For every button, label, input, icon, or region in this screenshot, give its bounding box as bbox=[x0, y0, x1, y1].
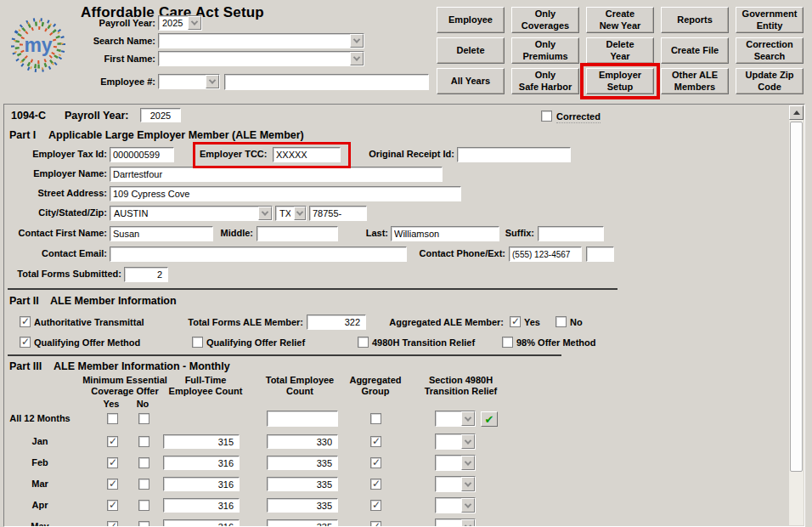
original-receipt-id-input[interactable] bbox=[457, 147, 571, 162]
employee-number-value[interactable] bbox=[160, 76, 205, 88]
state-value[interactable] bbox=[277, 207, 293, 219]
total-employee-count-input[interactable] bbox=[267, 477, 338, 491]
transition-relief-value[interactable] bbox=[437, 499, 460, 512]
fulltime-employee-count-input[interactable] bbox=[163, 434, 240, 449]
aggregated-group-checkbox[interactable] bbox=[370, 479, 381, 490]
fulltime-employee-count-input[interactable] bbox=[163, 498, 240, 513]
fulltime-employee-count-input[interactable] bbox=[163, 519, 240, 527]
city-value[interactable] bbox=[111, 207, 257, 219]
employee-name-input[interactable] bbox=[224, 74, 429, 90]
delete-year-button[interactable]: Delete Year bbox=[586, 37, 654, 64]
search-name-value[interactable] bbox=[160, 35, 349, 47]
employer-tcc-input[interactable] bbox=[273, 147, 341, 162]
create-new-year-button[interactable]: Create New Year bbox=[586, 7, 654, 33]
apply-all-months-button[interactable]: ✔ bbox=[481, 411, 498, 427]
first-name-select[interactable] bbox=[158, 51, 364, 66]
aggregated-group-checkbox[interactable] bbox=[370, 413, 381, 424]
only-coverages-button[interactable]: Only Coverages bbox=[511, 7, 579, 33]
qualifying-offer-method-checkbox[interactable] bbox=[20, 337, 31, 348]
scrollbar-thumb[interactable] bbox=[790, 122, 803, 472]
total-employee-count-input[interactable] bbox=[267, 456, 338, 470]
authoritative-transmittal-checkbox[interactable] bbox=[20, 316, 31, 327]
mec-no-checkbox[interactable] bbox=[138, 521, 149, 527]
employer-name-input[interactable] bbox=[110, 167, 443, 182]
mec-no-checkbox[interactable] bbox=[138, 457, 149, 468]
chevron-down-icon[interactable] bbox=[461, 477, 475, 491]
all-years-button[interactable]: All Years bbox=[437, 68, 505, 94]
city-select[interactable] bbox=[110, 206, 273, 221]
mec-yes-checkbox[interactable] bbox=[107, 500, 118, 511]
mec-no-checkbox[interactable] bbox=[138, 413, 149, 424]
aggregated-group-checkbox[interactable] bbox=[370, 436, 381, 447]
chevron-down-icon[interactable] bbox=[461, 456, 475, 470]
offer-method-98-checkbox[interactable] bbox=[502, 337, 513, 348]
contact-phone-input[interactable] bbox=[509, 246, 582, 262]
only-safe-harbor-button[interactable]: Only Safe Harbor bbox=[511, 68, 579, 94]
search-name-select[interactable] bbox=[158, 33, 364, 48]
total-forms-submitted-input[interactable] bbox=[124, 267, 168, 282]
state-select[interactable] bbox=[275, 206, 307, 221]
aggregated-group-checkbox[interactable] bbox=[370, 457, 381, 468]
payroll-year-select[interactable] bbox=[158, 15, 202, 31]
corrected-checkbox[interactable] bbox=[541, 110, 552, 122]
contact-email-input[interactable] bbox=[110, 246, 407, 262]
employee-button[interactable]: Employee bbox=[437, 7, 505, 33]
contact-first-name-input[interactable] bbox=[110, 226, 213, 241]
transition-relief-value[interactable] bbox=[437, 478, 460, 490]
form-year-input[interactable] bbox=[140, 108, 181, 122]
mec-yes-checkbox[interactable] bbox=[107, 413, 118, 424]
chevron-down-icon[interactable] bbox=[461, 411, 475, 426]
mec-yes-checkbox[interactable] bbox=[107, 436, 118, 447]
transition-relief-select[interactable] bbox=[435, 434, 476, 450]
update-zip-code-button[interactable]: Update Zip Code bbox=[736, 68, 804, 94]
qualifying-offer-relief-checkbox[interactable] bbox=[192, 337, 203, 348]
employer-setup-button[interactable]: Employer Setup bbox=[586, 68, 654, 94]
aggregated-no-checkbox[interactable] bbox=[555, 316, 567, 327]
vertical-scrollbar[interactable] bbox=[789, 105, 804, 525]
payroll-year-value[interactable] bbox=[160, 17, 187, 29]
transition-relief-select[interactable] bbox=[435, 455, 476, 471]
transition-relief-value[interactable] bbox=[437, 435, 460, 448]
suffix-input[interactable] bbox=[538, 226, 604, 241]
employer-tax-id-input[interactable] bbox=[110, 147, 174, 162]
transition-relief-select[interactable] bbox=[435, 497, 476, 513]
mec-yes-checkbox[interactable] bbox=[107, 521, 118, 527]
mec-yes-checkbox[interactable] bbox=[107, 479, 118, 490]
total-employee-count-input[interactable] bbox=[267, 498, 338, 513]
fulltime-employee-count-input[interactable] bbox=[163, 477, 240, 491]
mec-yes-checkbox[interactable] bbox=[107, 457, 118, 468]
chevron-down-icon[interactable] bbox=[350, 52, 364, 65]
employee-number-select[interactable] bbox=[158, 74, 220, 89]
chevron-down-icon[interactable] bbox=[188, 16, 201, 30]
total-employee-count-input[interactable] bbox=[267, 434, 338, 449]
chevron-down-icon[interactable] bbox=[294, 207, 306, 220]
total-forms-ale-input[interactable] bbox=[307, 314, 366, 330]
total-employee-count-input[interactable] bbox=[267, 411, 338, 427]
scroll-up-button[interactable] bbox=[789, 105, 804, 120]
total-employee-count-input[interactable] bbox=[267, 519, 338, 527]
phone-ext-input[interactable] bbox=[586, 246, 614, 262]
first-name-value[interactable] bbox=[160, 53, 349, 65]
chevron-down-icon[interactable] bbox=[350, 34, 364, 48]
transition-relief-select[interactable] bbox=[435, 518, 476, 527]
street-address-input[interactable] bbox=[110, 186, 461, 201]
middle-name-input[interactable] bbox=[257, 226, 338, 241]
chevron-down-icon[interactable] bbox=[258, 207, 272, 220]
mec-no-checkbox[interactable] bbox=[138, 479, 149, 490]
mec-no-checkbox[interactable] bbox=[138, 436, 149, 447]
chevron-down-icon[interactable] bbox=[461, 434, 475, 449]
correction-search-button[interactable]: Correction Search bbox=[736, 37, 804, 64]
transition-relief-select[interactable] bbox=[435, 476, 476, 492]
transition-relief-select[interactable] bbox=[435, 411, 476, 427]
mec-no-checkbox[interactable] bbox=[138, 500, 149, 511]
zip-input[interactable] bbox=[309, 206, 367, 221]
aggregated-group-checkbox[interactable] bbox=[370, 521, 381, 527]
fulltime-employee-count-input[interactable] bbox=[163, 456, 240, 470]
chevron-down-icon[interactable] bbox=[461, 498, 475, 513]
transition-relief-value[interactable] bbox=[437, 456, 460, 469]
transition-relief-value[interactable] bbox=[437, 520, 460, 527]
last-name-input[interactable] bbox=[391, 226, 499, 241]
reports-button[interactable]: Reports bbox=[661, 7, 729, 33]
chevron-down-icon[interactable] bbox=[206, 75, 219, 88]
government-entity-button[interactable]: Government Entity bbox=[736, 7, 804, 33]
